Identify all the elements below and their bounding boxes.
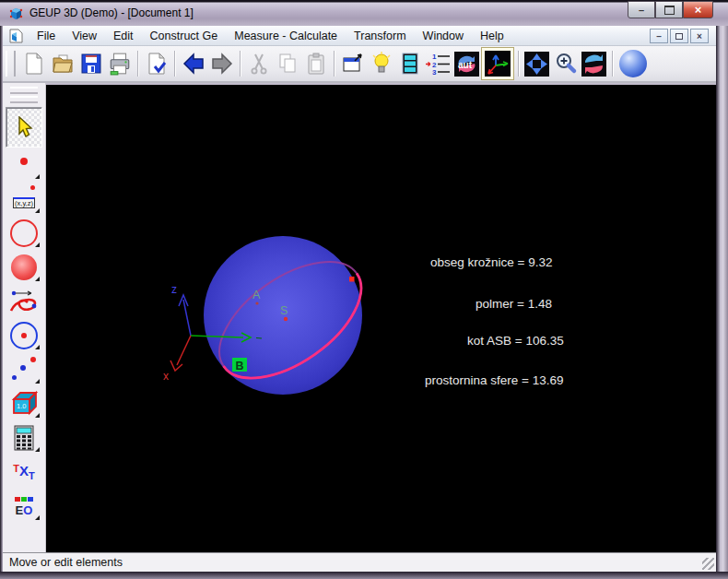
- rotate-icon: [581, 52, 606, 77]
- zoom-magnifier-icon: [554, 52, 578, 76]
- svg-text:aut: aut: [458, 60, 473, 70]
- save-button[interactable]: [76, 48, 105, 79]
- dropdown-triangle-icon: [35, 447, 40, 452]
- new-document-button[interactable]: [19, 48, 48, 79]
- title-bar: GEUP 3D (Demo) - [Document 1] – ×: [0, 0, 728, 26]
- sidebar-drag-handle[interactable]: [10, 87, 38, 94]
- measure-cube-icon: 1.0: [10, 390, 38, 418]
- select-tool-button[interactable]: [6, 107, 42, 148]
- hint-button[interactable]: [367, 48, 395, 79]
- menu-measure-calculate[interactable]: Measure - Calculate: [226, 28, 346, 44]
- point-icon: [30, 357, 36, 362]
- svg-text:z: z: [171, 283, 177, 296]
- status-message: Move or edit elements: [9, 556, 123, 569]
- mdi-restore-button[interactable]: [670, 29, 688, 43]
- circle-center-tool-button[interactable]: [6, 319, 42, 352]
- sidebar-drag-handle[interactable]: [10, 96, 38, 103]
- circle-tool-button[interactable]: [6, 217, 42, 250]
- z-axis: z: [171, 283, 191, 336]
- new-view-button[interactable]: [338, 48, 367, 79]
- minimize-button[interactable]: –: [628, 1, 655, 18]
- cut-button[interactable]: [244, 48, 273, 79]
- pan-icon: [524, 52, 549, 77]
- app-window: GEUP 3D (Demo) - [Document 1] – × File V…: [0, 0, 728, 579]
- point-s-marker[interactable]: [284, 317, 288, 321]
- zoom-button[interactable]: [551, 48, 580, 79]
- xyz-label: (x,y,z): [13, 197, 35, 208]
- sphere-tool-button[interactable]: [618, 48, 647, 79]
- new-view-icon: [341, 52, 365, 76]
- mdi-close-button[interactable]: ×: [690, 29, 709, 43]
- document-icon: [9, 29, 23, 43]
- measurement-circumference[interactable]: obseg krožnice = 9.32: [430, 255, 552, 269]
- appearance-tool-button[interactable]: EO: [6, 490, 42, 523]
- measurement-radius[interactable]: polmer = 1.48: [476, 297, 552, 311]
- rotate-view-button[interactable]: [580, 48, 608, 79]
- drawing-canvas[interactable]: z x A S B obseg krožnice = 9.32 polmer =…: [46, 85, 716, 552]
- point-coordinates-tool-button[interactable]: (x,y,z): [6, 183, 42, 216]
- curve-tool-button[interactable]: [6, 285, 42, 318]
- circle-icon: [10, 219, 38, 247]
- calculator-tool-button[interactable]: [6, 421, 42, 455]
- mdi-minimize-button[interactable]: –: [650, 29, 668, 43]
- toolbar-separator: [612, 51, 613, 77]
- y-axis: [191, 333, 262, 342]
- point-icon: [12, 375, 17, 380]
- toolbar-separator: [174, 51, 175, 77]
- circle-object[interactable]: [200, 239, 382, 401]
- print-button[interactable]: [105, 48, 134, 79]
- dropdown-triangle-icon: [35, 345, 40, 349]
- text-tool-icon: TXT: [13, 463, 34, 481]
- cut-scissors-icon: [248, 52, 270, 76]
- new-document-icon: [23, 52, 45, 76]
- save-floppy-icon: [80, 52, 102, 76]
- menu-help[interactable]: Help: [472, 28, 512, 44]
- forward-button[interactable]: [207, 48, 236, 79]
- close-button[interactable]: ×: [683, 1, 713, 18]
- construction-steps-button[interactable]: 1 2 3: [424, 48, 452, 79]
- circle-center-icon: [10, 322, 38, 349]
- document-check-button[interactable]: [142, 48, 170, 79]
- point-icon: [20, 158, 28, 165]
- open-button[interactable]: [48, 48, 76, 79]
- status-bar: Move or edit elements: [3, 552, 716, 572]
- intersection-tool-button[interactable]: [6, 353, 42, 386]
- window-border-bottom: [0, 572, 728, 579]
- menu-view[interactable]: View: [64, 28, 105, 44]
- auto-animation-button[interactable]: aut: [452, 48, 481, 79]
- axes-icon: [485, 51, 511, 77]
- pan-view-button[interactable]: [523, 48, 551, 79]
- toolbar-drag-handle[interactable]: [6, 51, 16, 77]
- measurement-volume[interactable]: prostornina sfere = 13.69: [425, 373, 563, 387]
- curve-locus-icon: [9, 288, 39, 315]
- selected-point-marker[interactable]: [349, 277, 355, 282]
- menu-edit[interactable]: Edit: [105, 28, 142, 44]
- measurement-angle[interactable]: kot ASB = 106.35: [467, 334, 564, 348]
- menu-file[interactable]: File: [29, 28, 64, 44]
- svg-text:1.0: 1.0: [17, 402, 26, 410]
- menu-window[interactable]: Window: [415, 28, 472, 44]
- text-tool-button[interactable]: TXT: [6, 455, 42, 489]
- menu-construct[interactable]: Construct Ge: [142, 28, 227, 44]
- window-border-left: [0, 26, 3, 572]
- back-button[interactable]: [179, 48, 207, 79]
- auto-animation-icon: aut: [454, 52, 479, 77]
- animation-button[interactable]: [395, 48, 424, 79]
- dropdown-triangle-icon: [35, 277, 40, 281]
- point-a-marker[interactable]: [255, 301, 258, 304]
- toolbar-separator: [334, 51, 335, 77]
- copy-button[interactable]: [273, 48, 301, 79]
- resize-grip[interactable]: [702, 558, 714, 570]
- axes-toggle-button[interactable]: [481, 47, 514, 80]
- steps-list-icon: 1 2 3: [426, 52, 452, 76]
- dropdown-triangle-icon: [35, 379, 40, 384]
- maximize-button[interactable]: [655, 1, 683, 18]
- menu-transform[interactable]: Transform: [346, 28, 415, 44]
- toolbar-separator: [240, 51, 241, 77]
- pointer-cursor-icon: [14, 116, 34, 139]
- point-tool-button[interactable]: [6, 148, 42, 182]
- measurement-tool-button[interactable]: 1.0: [6, 387, 42, 420]
- sphere-surface-tool-button[interactable]: [6, 251, 42, 284]
- svg-text:x: x: [163, 370, 169, 383]
- paste-button[interactable]: [301, 48, 330, 79]
